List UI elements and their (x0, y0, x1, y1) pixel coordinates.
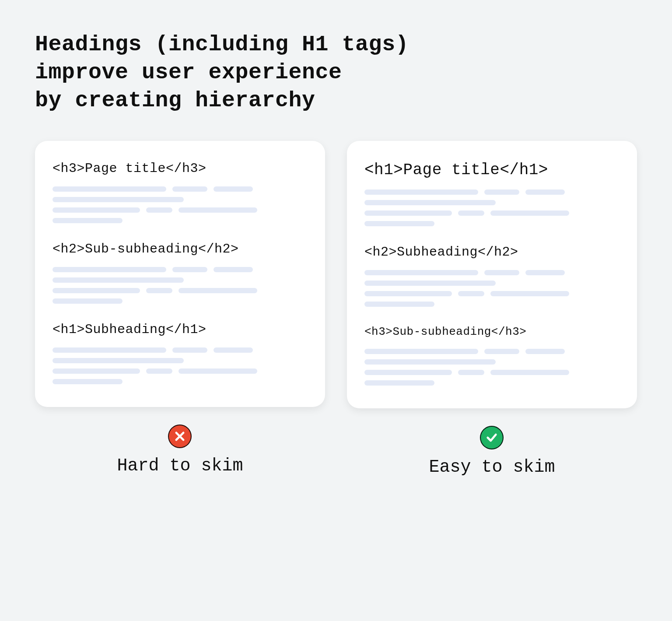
skeleton-bar (490, 211, 569, 216)
skeleton-bar (52, 197, 184, 202)
left-caption: Hard to skim (117, 456, 243, 476)
heading-line: <h1>Page title</h1> (364, 161, 620, 179)
cross-icon (168, 425, 192, 448)
left-column: <h3>Page title</h3> <h2>Sub-subheading</… (35, 141, 325, 477)
skeleton-bar (52, 207, 140, 213)
heading-line: <h3>Page title</h3> (52, 161, 308, 176)
skeleton-bar (52, 358, 184, 363)
skeleton-bar (52, 186, 166, 192)
skeleton-bar (364, 302, 434, 307)
skeleton-bar (525, 349, 565, 354)
skeleton-bar (52, 298, 122, 304)
left-card: <h3>Page title</h3> <h2>Sub-subheading</… (35, 141, 325, 407)
skeleton-bar (484, 189, 519, 195)
right-status: Easy to skim (429, 426, 555, 477)
left-section-1: <h3>Page title</h3> (52, 161, 308, 223)
skeleton-bar (484, 270, 519, 275)
skeleton-bar (146, 288, 172, 293)
skeleton-bar (484, 349, 519, 354)
skeleton-bar (214, 267, 253, 272)
skeleton-bar (146, 368, 172, 374)
skeleton-bar (490, 291, 569, 296)
right-section-3: <h3>Sub-subheading</h3> (364, 325, 620, 386)
heading-line: <h2>Sub-subheading</h2> (52, 242, 308, 256)
left-status: Hard to skim (117, 425, 243, 476)
skeleton-block (52, 347, 258, 384)
skeleton-bar (178, 288, 257, 293)
skeleton-bar (52, 379, 122, 384)
skeleton-bar (146, 207, 172, 213)
skeleton-bar (214, 186, 253, 192)
heading-line: <h2>Subheading</h2> (364, 245, 620, 260)
skeleton-bar (172, 347, 207, 353)
skeleton-bar (364, 281, 496, 286)
skeleton-bar (364, 270, 478, 275)
right-section-1: <h1>Page title</h1> (364, 161, 620, 226)
skeleton-bar (364, 200, 496, 205)
skeleton-bar (364, 349, 478, 354)
skeleton-bar (525, 270, 565, 275)
skeleton-bar (364, 359, 496, 365)
skeleton-bar (364, 370, 452, 375)
skeleton-bar (364, 211, 452, 216)
heading-line: <h3>Sub-subheading</h3> (364, 325, 620, 338)
left-section-3: <h1>Subheading</h1> (52, 322, 308, 384)
skeleton-bar (52, 347, 166, 353)
skeleton-bar (172, 267, 207, 272)
heading-line: <h1>Subheading</h1> (52, 322, 308, 337)
skeleton-bar (214, 347, 253, 353)
skeleton-bar (364, 291, 452, 296)
right-section-2: <h2>Subheading</h2> (364, 245, 620, 307)
skeleton-bar (490, 370, 569, 375)
skeleton-block (364, 349, 570, 386)
skeleton-bar (458, 211, 484, 216)
main-title: Headings (including H1 tags) improve use… (35, 31, 637, 115)
check-icon (480, 426, 504, 449)
skeleton-bar (458, 291, 484, 296)
skeleton-bar (172, 186, 207, 192)
diagram-container: Headings (including H1 tags) improve use… (0, 0, 672, 503)
skeleton-bar (178, 207, 257, 213)
skeleton-block (364, 270, 570, 307)
skeleton-bar (178, 368, 257, 374)
skeleton-bar (52, 218, 122, 223)
left-section-2: <h2>Sub-subheading</h2> (52, 242, 308, 304)
skeleton-bar (458, 370, 484, 375)
skeleton-block (52, 186, 258, 223)
skeleton-bar (52, 277, 184, 283)
skeleton-block (52, 267, 258, 304)
skeleton-bar (364, 189, 478, 195)
columns: <h3>Page title</h3> <h2>Sub-subheading</… (35, 141, 637, 477)
skeleton-block (364, 189, 570, 226)
skeleton-bar (364, 221, 434, 226)
skeleton-bar (525, 189, 565, 195)
right-caption: Easy to skim (429, 457, 555, 477)
skeleton-bar (364, 380, 434, 386)
skeleton-bar (52, 368, 140, 374)
right-card: <h1>Page title</h1> <h2>Subheading</h2> … (347, 141, 637, 408)
skeleton-bar (52, 288, 140, 293)
right-column: <h1>Page title</h1> <h2>Subheading</h2> … (347, 141, 637, 477)
skeleton-bar (52, 267, 166, 272)
